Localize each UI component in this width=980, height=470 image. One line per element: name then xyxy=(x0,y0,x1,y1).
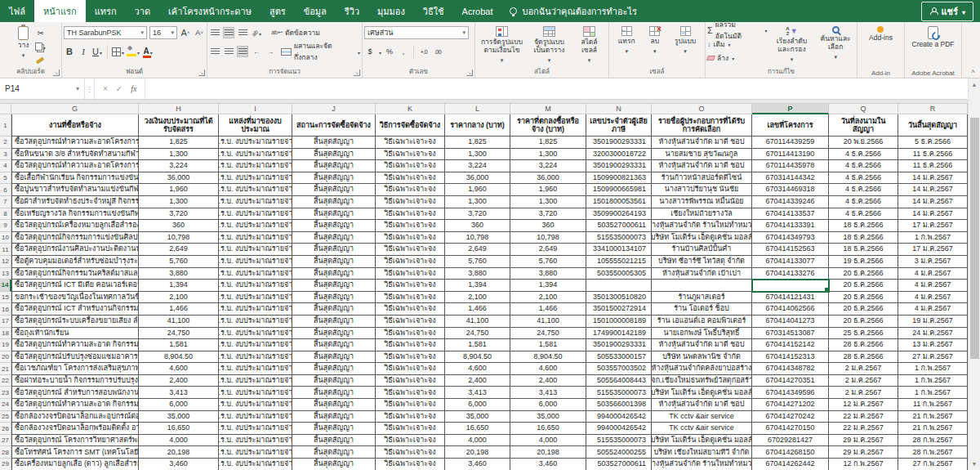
cell-I24[interactable]: พ.ร.บ. งบประมาณรายจ่าย xyxy=(219,399,292,411)
cell-I17[interactable]: พ.ร.บ. งบประมาณรายจ่าย xyxy=(219,316,292,328)
cell-R22[interactable]: 1 ก.พ.2567 xyxy=(898,375,968,387)
cell-R27[interactable]: 28 ก.พ.2567 xyxy=(898,435,968,447)
cell-J7[interactable]: สิ้นสุดสัญญา xyxy=(292,196,376,208)
cell-M28[interactable]: 20,198 xyxy=(510,446,586,459)
cell-J27[interactable]: สิ้นสุดสัญญา xyxy=(292,435,376,447)
cell-N1[interactable]: เลขประจำตัวผู้เสียภาษี xyxy=(586,114,652,137)
cell-O7[interactable]: นางสาวรพีพรรณ หมื่นน้อย xyxy=(652,196,752,208)
row-header-18[interactable]: 18 xyxy=(0,328,11,340)
cell-G19[interactable]: ซื้อวัสดุอุปกรณ์ทำความสะอาด กิจกรรมส่งเส… xyxy=(11,339,139,351)
cell-J8[interactable]: สิ้นสุดสัญญา xyxy=(292,208,376,221)
number-format-select[interactable]: เศษส่วน xyxy=(364,26,469,39)
column-header-Q[interactable]: Q xyxy=(829,104,898,114)
cell-K8[interactable]: วิธีเฉพาะเจาะจง xyxy=(376,208,445,221)
cell-Q1[interactable]: วันที่ลงนามในสัญญา xyxy=(829,114,898,137)
row-header-8[interactable]: 8 xyxy=(0,208,11,221)
name-box-resize-handle[interactable]: ⋮ xyxy=(85,78,95,99)
cell-O23[interactable]: บริษัท โมเดิร์น เอ็ดดูเคชั่น มอลล์ xyxy=(652,387,752,399)
cell-L4[interactable]: 3,224 xyxy=(445,160,510,172)
cell-P27[interactable]: 67029281427 xyxy=(752,435,829,447)
cell-H28[interactable]: 20,198 xyxy=(139,446,219,459)
cell-Q7[interactable]: 4 ธ.ค.2566 xyxy=(829,196,898,208)
tab-Acrobat[interactable]: Acrobat xyxy=(453,0,502,22)
cell-Q21[interactable]: 2 ม.ค.2567 xyxy=(829,363,898,375)
row-header-27[interactable]: 27 xyxy=(0,435,11,447)
row-header-4[interactable]: 4 xyxy=(0,160,11,172)
conditional-formatting-button[interactable]: การจัดรูปแบบตามเงื่อนไข xyxy=(479,25,526,67)
cell-R29[interactable]: 27 ก.พ.2567 xyxy=(898,459,968,470)
cell-H29[interactable]: 3,460 xyxy=(139,459,219,470)
percent-button[interactable]: % xyxy=(384,46,395,57)
cell-N2[interactable]: 3501900293331 xyxy=(586,137,652,149)
cell-J24[interactable]: สิ้นสุดสัญญา xyxy=(292,399,376,411)
cell-K24[interactable]: วิธีเฉพาะเจาะจง xyxy=(376,399,445,411)
cell-Q9[interactable]: 18 ธ.ค.2566 xyxy=(829,220,898,232)
font-color-button[interactable]: A xyxy=(143,47,149,56)
row-header-24[interactable]: 24 xyxy=(0,399,11,411)
cell-I2[interactable]: พ.ร.บ. งบประมาณรายจ่าย xyxy=(219,137,292,149)
cell-N18[interactable]: 1749900142189 xyxy=(586,328,652,340)
cell-L3[interactable]: 1,300 xyxy=(445,149,510,161)
cell-N11[interactable]: 3341000134107 xyxy=(586,244,652,256)
cell-K28[interactable]: วิธีเฉพาะเจาะจง xyxy=(376,446,445,459)
cell-M27[interactable]: 4,000 xyxy=(510,435,586,447)
cell-K17[interactable]: วิธีเฉพาะเจาะจง xyxy=(376,316,445,328)
cell-O16[interactable]: ร้าน โอเดอร์ ช็อป xyxy=(652,303,752,316)
autosum-button[interactable]: Σ ผลรวมอัตโนมัติ xyxy=(707,25,768,36)
tab-ข้อมูล[interactable]: ข้อมูล xyxy=(295,0,336,22)
cell-G20[interactable]: ซื้อวัสดุอุปกรณ์ปรับปรุงซ่อมแซมอาคารเรีย… xyxy=(11,351,139,364)
cell-L8[interactable]: 3,720 xyxy=(445,208,510,221)
cell-N7[interactable]: 1501800053561 xyxy=(586,196,652,208)
cell-K12[interactable]: วิธีเฉพาะเจาะจง xyxy=(376,256,445,268)
underline-button[interactable]: U xyxy=(92,47,99,56)
row-header-29[interactable]: 29 xyxy=(0,459,11,470)
column-header-N[interactable]: N xyxy=(586,104,652,114)
cell-G17[interactable]: ซื้อวัสดุอุปกรณ์ระบบเครื่องขยายเสียง ลำโ… xyxy=(11,316,139,328)
cell-O28[interactable]: บริษัท เชียงใหม่สยามทีวี จำกัด xyxy=(652,446,752,459)
cell-J19[interactable]: สิ้นสุดสัญญา xyxy=(292,339,376,351)
row-header-12[interactable]: 12 xyxy=(0,256,11,268)
cell-K22[interactable]: วิธีเฉพาะเจาะจง xyxy=(376,375,445,387)
cell-G23[interactable]: ซื้อวัสดุอุปกรณ์ สำหรับการสอบพนักงานราชก… xyxy=(11,387,139,399)
tab-วาด[interactable]: วาด xyxy=(126,0,160,22)
cell-P26[interactable]: 670414270150 xyxy=(752,423,829,435)
cell-H18[interactable]: 24,750 xyxy=(139,328,219,340)
cell-I10[interactable]: พ.ร.บ. งบประมาณรายจ่าย xyxy=(219,232,292,244)
cell-L6[interactable]: 1,960 xyxy=(445,184,510,196)
cell-M2[interactable]: 1,825 xyxy=(510,137,586,149)
cell-L15[interactable]: 2,100 xyxy=(445,292,510,304)
cell-P22[interactable]: 670414270351 xyxy=(752,375,829,387)
cell-K6[interactable]: วิธีเฉพาะเจาะจง xyxy=(376,184,445,196)
cell-K7[interactable]: วิธีเฉพาะเจาะจง xyxy=(376,196,445,208)
cell-P19[interactable]: 670414152142 xyxy=(752,339,829,351)
cell-O13[interactable]: ห้างหุ้นส่วนจำกัด เป้าเปา xyxy=(652,268,752,280)
cell-M19[interactable]: 1,581 xyxy=(510,339,586,351)
cell-R20[interactable]: 27 ม.ค.2567 xyxy=(898,351,968,364)
cell-O29[interactable]: ห้างหุ้นส่วนจำกัด ร้านใหม่ทำหมวก xyxy=(652,459,752,470)
cell-I9[interactable]: พ.ร.บ. งบประมาณรายจ่าย xyxy=(219,220,292,232)
italic-button[interactable]: I xyxy=(78,46,89,57)
cell-J5[interactable]: สิ้นสุดสัญญา xyxy=(292,172,376,185)
cell-K19[interactable]: วิธีเฉพาะเจาะจง xyxy=(376,339,445,351)
cell-N14[interactable] xyxy=(586,280,652,292)
cell-G21[interactable]: ซื้อเวชภัณฑ์ยา โครงการส่งเสริมสุขภาพและพ… xyxy=(11,363,139,375)
column-header-O[interactable]: O xyxy=(652,104,752,114)
addins-button[interactable]: Add-ins xyxy=(866,25,895,67)
cell-G26[interactable]: ซื้อกล้องวงจรปิดอนาล็อกพร้อมติดตั้ง อาคา… xyxy=(11,423,139,435)
cell-J14[interactable]: สิ้นสุดสัญญา xyxy=(292,280,376,292)
font-size-select[interactable]: 16 xyxy=(149,26,177,39)
cell-H15[interactable]: 2,100 xyxy=(139,292,219,304)
scrollbar-thumb[interactable] xyxy=(970,118,979,359)
cell-J3[interactable]: สิ้นสุดสัญญา xyxy=(292,149,376,161)
cell-K20[interactable]: วิธีเฉพาะเจาะจง xyxy=(376,351,445,364)
row-header-5[interactable]: 5 xyxy=(0,172,11,185)
cell-L14[interactable]: 1,394 xyxy=(445,280,510,292)
cell-H8[interactable]: 3,720 xyxy=(139,208,219,221)
align-middle-icon[interactable] xyxy=(225,29,234,37)
cell-Q19[interactable]: 28 ธ.ค.2566 xyxy=(829,339,898,351)
cell-J20[interactable]: สิ้นสุดสัญญา xyxy=(292,351,376,364)
cell-Q8[interactable]: 4 ธ.ค.2566 xyxy=(829,208,898,221)
cell-K15[interactable]: วิธีเฉพาะเจาะจง xyxy=(376,292,445,304)
cell-H16[interactable]: 1,466 xyxy=(139,303,219,316)
cell-J1[interactable]: สถานะการจัดซื้อจัดจ้าง xyxy=(292,114,376,137)
